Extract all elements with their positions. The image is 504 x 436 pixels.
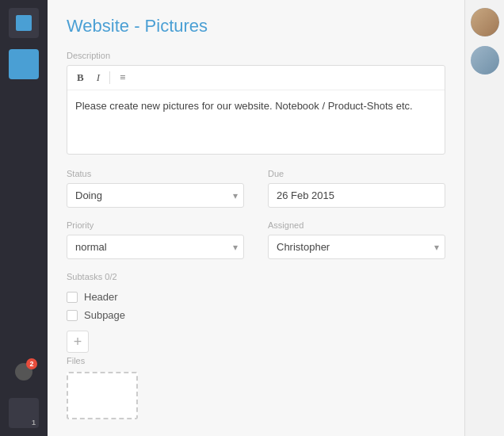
- description-text[interactable]: Please create new pictures for our websi…: [67, 90, 445, 154]
- assigned-select-wrapper: Christopher: [268, 235, 445, 259]
- editor-toolbar: B I ≡: [67, 66, 445, 90]
- status-select[interactable]: Doing: [67, 183, 244, 208]
- sidebar-bottom-item[interactable]: 1: [9, 398, 39, 428]
- file-drop-area[interactable]: [67, 372, 138, 419]
- assigned-select[interactable]: Christopher: [268, 235, 445, 259]
- right-panel: [464, 0, 504, 436]
- subtask-item: Subpage: [67, 306, 445, 324]
- subtasks-label: Subtasks 0/2: [67, 272, 445, 281]
- status-label: Status: [67, 169, 244, 178]
- assigned-group: Assigned Christopher: [268, 220, 445, 259]
- sidebar-logo-icon: [16, 15, 32, 31]
- bottom-badge-count: 1: [32, 419, 36, 426]
- assigned-label: Assigned: [268, 220, 445, 230]
- avatar-1[interactable]: [471, 8, 499, 36]
- files-label: Files: [67, 356, 445, 365]
- description-label: Description: [67, 51, 445, 60]
- subtask-subpage-checkbox[interactable]: [67, 310, 78, 321]
- priority-group: Priority normal: [67, 220, 244, 259]
- bold-button[interactable]: B: [74, 71, 87, 85]
- priority-select-wrapper: normal: [67, 235, 244, 259]
- avatar-img-2: [471, 46, 499, 75]
- priority-label: Priority: [67, 220, 244, 230]
- status-due-row: Status Doing Due: [67, 169, 445, 208]
- main-content: Website - Pictures Description B I ≡ Ple…: [48, 0, 464, 436]
- sidebar: 2 1: [0, 0, 48, 436]
- top-badge-count: 2: [26, 358, 37, 369]
- sidebar-item-active[interactable]: [9, 49, 39, 79]
- subtask-header-checkbox[interactable]: [67, 292, 78, 303]
- toolbar-divider: [109, 71, 110, 84]
- status-group: Status Doing: [67, 169, 244, 208]
- list-button[interactable]: ≡: [116, 71, 128, 85]
- subtask-header-text: Header: [84, 291, 118, 303]
- avatar-img-1: [471, 8, 499, 36]
- add-subtask-button[interactable]: +: [67, 331, 89, 353]
- sidebar-badge-item[interactable]: 2: [9, 357, 39, 387]
- due-input[interactable]: [268, 183, 445, 208]
- priority-select[interactable]: normal: [67, 235, 244, 259]
- avatar-2[interactable]: [471, 46, 499, 75]
- subtask-subpage-text: Subpage: [84, 309, 125, 321]
- italic-button[interactable]: I: [94, 71, 103, 85]
- description-editor: B I ≡ Please create new pictures for our…: [67, 65, 445, 155]
- due-label: Due: [268, 169, 445, 178]
- due-group: Due: [268, 169, 445, 208]
- subtask-item: Header: [67, 288, 445, 306]
- subtasks-list: Header Subpage: [67, 288, 445, 324]
- priority-assigned-row: Priority normal Assigned Christopher: [67, 220, 445, 259]
- sidebar-logo[interactable]: [9, 8, 39, 38]
- page-title: Website - Pictures: [67, 16, 445, 36]
- status-select-wrapper: Doing: [67, 183, 244, 208]
